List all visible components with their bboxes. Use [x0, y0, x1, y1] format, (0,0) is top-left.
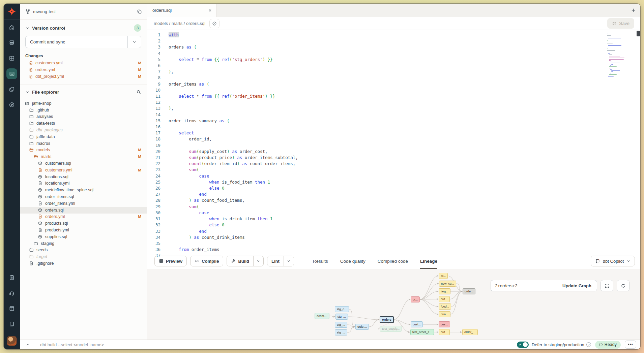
tree-item-label: macros [36, 141, 141, 146]
chevron-down-icon[interactable] [25, 26, 30, 30]
expand-command-bar-icon[interactable] [20, 343, 35, 347]
command-input[interactable]: dbt build --select <model_name> [40, 342, 517, 347]
tree-item-customers-yml[interactable]: customers.ymlM [20, 167, 147, 173]
clipboard-icon[interactable] [4, 270, 20, 285]
lint-options-chevron-icon[interactable] [284, 256, 294, 266]
changelog-icon[interactable] [4, 316, 20, 332]
lineage-node-ordY2[interactable]: ord... [439, 329, 450, 335]
lineage-node-ordY1[interactable]: ord... [439, 296, 450, 302]
lineage-node-cust[interactable]: cust... [411, 321, 423, 327]
tree-item-seeds[interactable]: seeds [20, 247, 147, 254]
tree-item--github[interactable]: .github [20, 107, 147, 114]
fullscreen-icon[interactable] [601, 280, 613, 291]
lineage-node-cusP[interactable]: cus... [439, 321, 450, 327]
dashboard-icon[interactable] [4, 51, 20, 66]
tree-item-products-yml[interactable]: products.yml [20, 227, 147, 233]
build-options-chevron-icon[interactable] [253, 256, 263, 266]
scrollbar-thumb[interactable] [637, 31, 640, 36]
tree-item-jaffle-shop[interactable]: jaffle-shop [20, 100, 147, 107]
changed-file[interactable]: customers.yml M [20, 60, 147, 66]
explore-icon[interactable] [4, 97, 20, 113]
lint-button[interactable]: Lint [267, 256, 294, 266]
tree-item-staging[interactable]: staging [20, 240, 147, 247]
lineage-panel[interactable]: ecom....stg_o...stg_...stg_...stg_...ord… [147, 269, 640, 340]
environments-icon[interactable] [4, 35, 20, 51]
lineage-node-orders[interactable]: orders [380, 316, 394, 323]
compile-button[interactable]: Compile [190, 256, 223, 266]
ide-icon[interactable] [4, 66, 20, 82]
open-in-explorer-icon[interactable] [209, 19, 219, 28]
tree-item-marts[interactable]: martsM [20, 153, 147, 160]
tree-item-orders-sql[interactable]: orders.sql [20, 207, 147, 214]
commit-and-sync-button[interactable]: Commit and sync [25, 36, 141, 48]
tree-item-dbt-packages[interactable]: dbt_packages [20, 127, 147, 133]
tree-item-orders-yml[interactable]: orders.ymlM [20, 214, 147, 220]
docs-icon[interactable] [4, 301, 20, 316]
close-tab-icon[interactable] [208, 8, 212, 12]
home-icon[interactable] [4, 20, 20, 35]
defer-toggle[interactable] [517, 342, 529, 348]
more-options-button[interactable]: ••• [625, 341, 636, 349]
lineage-node-stg2[interactable]: stg_... [335, 314, 348, 320]
lineage-node-testoi[interactable]: test_order_it... [410, 329, 434, 335]
tree-item-supplies-sql[interactable]: supplies.sql [20, 233, 147, 240]
minimap-line [607, 50, 615, 51]
minimap[interactable] [605, 30, 636, 253]
tree-item-locations-yml[interactable]: locations.yml [20, 180, 147, 187]
tree-item-jaffle-data[interactable]: jaffle-data [20, 133, 147, 140]
changed-file[interactable]: dbt_project.yml M [20, 73, 147, 80]
lineage-node-orY[interactable]: or... [439, 273, 448, 279]
lineage-node-ecom[interactable]: ecom.... [315, 313, 329, 319]
lineage-node-stg3[interactable]: stg_... [335, 322, 347, 328]
tree-item-data-tests[interactable]: data-tests [20, 120, 147, 127]
update-graph-button[interactable]: Update Graph [557, 280, 597, 291]
refresh-icon[interactable] [617, 280, 630, 291]
tree-item--gitignore[interactable]: .gitignore [20, 260, 147, 267]
lineage-node-orderY3[interactable]: order_... [462, 329, 478, 335]
search-icon[interactable] [136, 90, 141, 95]
orchestration-icon[interactable] [4, 82, 20, 97]
support-icon[interactable] [4, 285, 20, 301]
help-icon[interactable]: ? [586, 342, 591, 347]
editor-scrollbar[interactable] [636, 30, 640, 253]
lineage-selector-input[interactable] [491, 280, 557, 291]
changed-file[interactable]: orders.yml M [20, 66, 147, 73]
lineage-node-larg[interactable]: larg... [439, 288, 450, 294]
tab-results[interactable]: Results [313, 253, 328, 269]
lineage-node-orP[interactable]: or... [411, 296, 420, 302]
user-avatar[interactable] [7, 336, 17, 346]
chevron-down-icon[interactable] [25, 90, 30, 94]
tree-item-locations-sql[interactable]: locations.sql [20, 173, 147, 180]
dbt-copilot-button[interactable]: dbt Copilot [591, 256, 635, 266]
tab-orders-sql[interactable]: orders.sql [147, 4, 216, 17]
save-button[interactable]: Save [607, 18, 634, 29]
tab-compiled-code[interactable]: Compiled code [378, 253, 408, 269]
dbt-logo[interactable] [4, 4, 20, 20]
tree-item-order-items-sql[interactable]: order_items.sql [20, 193, 147, 200]
code-content[interactable]: with orders as ( select * from {{ ref('s… [166, 30, 605, 253]
lineage-node-drin[interactable]: drin... [439, 311, 450, 317]
commit-options-chevron-icon[interactable] [127, 36, 141, 48]
build-button[interactable]: Build [227, 256, 264, 266]
tab-lineage[interactable]: Lineage [420, 253, 437, 269]
copy-branch-icon[interactable] [137, 9, 142, 14]
lineage-node-testsup[interactable]: test_supply... [380, 326, 402, 332]
lineage-node-stg4[interactable]: stg_... [335, 329, 347, 335]
wrench-icon [231, 259, 236, 263]
tree-item-models[interactable]: modelsM [20, 147, 147, 154]
lineage-node-ordeL[interactable]: orde.... [355, 324, 369, 330]
lineage-node-newcu[interactable]: new_cu... [439, 281, 456, 287]
lineage-node-food[interactable]: food... [439, 303, 451, 310]
lineage-node-ordeG[interactable]: orde... [463, 288, 475, 294]
lineage-node-stg1[interactable]: stg_o... [335, 306, 349, 312]
new-tab-button[interactable] [626, 4, 640, 17]
tree-item-customers-sql[interactable]: customers.sql [20, 160, 147, 167]
tree-item-metricflow-time-spine-sql[interactable]: metricflow_time_spine.sql [20, 187, 147, 193]
tree-item-macros[interactable]: macros [20, 140, 147, 147]
code-editor[interactable]: 1234567891011121314151617181920212223242… [147, 30, 640, 253]
tab-code-quality[interactable]: Code quality [340, 253, 365, 269]
tree-item-target[interactable]: target [20, 253, 147, 260]
tree-item-products-sql[interactable]: products.sql [20, 220, 147, 227]
tree-item-analyses[interactable]: analyses [20, 114, 147, 120]
tree-item-order-items-yml[interactable]: order_items.yml [20, 200, 147, 207]
